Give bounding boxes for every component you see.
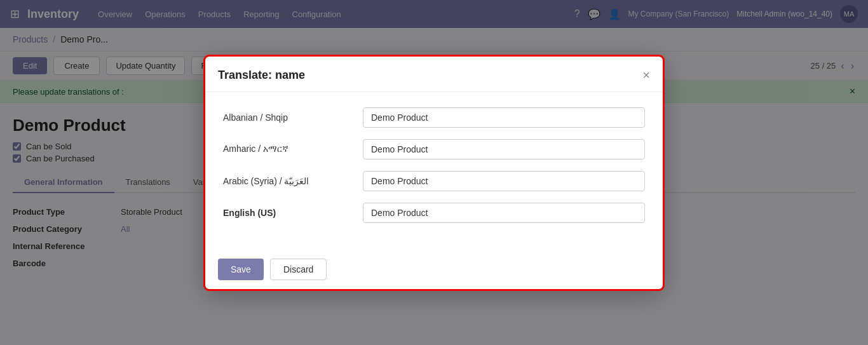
modal-row-arabic: Arabic (Syria) / العَرَبيّة — [223, 171, 645, 191]
modal-overlay: Translate: name × Albanian / Shqip Amhar… — [0, 0, 868, 345]
discard-button[interactable]: Discard — [270, 259, 327, 280]
translate-modal: Translate: name × Albanian / Shqip Amhar… — [205, 57, 663, 289]
modal-close-button[interactable]: × — [642, 68, 650, 83]
modal-body: Albanian / Shqip Amharic / አማርኛ Arabic (… — [205, 92, 663, 250]
amharic-input[interactable] — [363, 139, 645, 159]
modal-header: Translate: name × — [205, 57, 663, 92]
modal-row-english: English (US) — [223, 203, 645, 223]
english-input[interactable] — [363, 203, 645, 223]
albanian-input[interactable] — [363, 107, 645, 128]
modal-row-albanian: Albanian / Shqip — [223, 107, 645, 128]
albanian-label: Albanian / Shqip — [223, 112, 363, 123]
save-button[interactable]: Save — [218, 259, 264, 280]
arabic-label: Arabic (Syria) / العَرَبيّة — [223, 176, 363, 186]
arabic-input[interactable] — [363, 171, 645, 191]
modal-title: Translate: name — [218, 69, 305, 82]
amharic-label: Amharic / አማርኛ — [223, 144, 363, 154]
english-label: English (US) — [223, 208, 363, 218]
modal-row-amharic: Amharic / አማርኛ — [223, 139, 645, 159]
modal-footer: Save Discard — [205, 250, 663, 289]
